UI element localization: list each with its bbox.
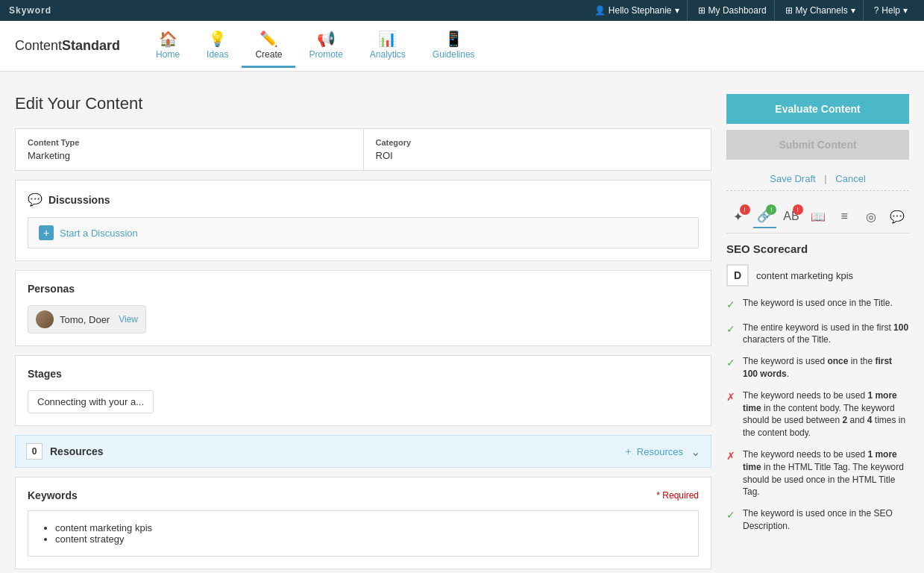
content-type-value: Marketing xyxy=(28,150,351,161)
list-icon: ≡ xyxy=(840,210,847,223)
site-brand: ContentStandard xyxy=(15,38,120,54)
category-value: ROI xyxy=(376,150,700,161)
stages-label: Stages xyxy=(28,368,62,380)
stage-value: Connecting with your a... xyxy=(28,390,154,413)
seo-grade: D xyxy=(726,264,749,286)
top-bar: Skyword 👤 Hello Stephanie ▾ ⊞ My Dashboa… xyxy=(0,0,924,21)
home-icon: 🏠 xyxy=(159,30,177,48)
personas-label: Personas xyxy=(28,283,75,295)
seo-icon-btn[interactable]: ✦ ! xyxy=(726,204,750,228)
personas-section: Personas Tomo, Doer View xyxy=(15,270,711,346)
circle-icon: ◎ xyxy=(866,210,876,224)
seo-text-2: The entire keyword is used in the first … xyxy=(743,322,909,347)
nav-items: 🏠 Home 💡 Ideas ✏️ Create 📢 Promote 📊 Ana… xyxy=(142,24,488,68)
content-meta-card: Content Type Marketing Category ROI xyxy=(15,128,711,171)
user-menu[interactable]: 👤 Hello Stephanie ▾ xyxy=(587,0,688,21)
seo-text-6: The keyword is used once in the SEO Desc… xyxy=(743,507,909,533)
discussions-header: 💬 Discussions xyxy=(28,192,699,207)
keyword-item: content marketing kpis content strategy xyxy=(40,520,686,547)
link-badge: ! xyxy=(766,204,776,215)
content-type-cell: Content Type Marketing xyxy=(16,129,364,170)
dashboard-link[interactable]: ⊞ My Dashboard xyxy=(691,0,775,21)
seo-text-1: The keyword is used once in the Title. xyxy=(743,297,893,310)
resources-count: 0 xyxy=(26,443,43,460)
page-title: Edit Your Content xyxy=(15,94,711,113)
help-chevron-icon: ▾ xyxy=(903,5,908,16)
help-icon: ? xyxy=(874,5,879,16)
nav-item-guidelines[interactable]: 📱 Guidelines xyxy=(419,24,488,68)
nav-item-analytics[interactable]: 📊 Analytics xyxy=(356,24,419,68)
chat-icon-btn[interactable]: 💬 xyxy=(885,204,909,228)
seo-keyword-row: D content marketing kpis xyxy=(726,264,909,286)
evaluate-content-button[interactable]: Evaluate Content xyxy=(726,94,909,124)
seo-item-5: ✗ The keyword needs to be used 1 more ti… xyxy=(726,448,909,498)
save-cancel-row: Save Draft | Cancel xyxy=(726,167,909,191)
top-bar-right: 👤 Hello Stephanie ▾ ⊞ My Dashboard ⊞ My … xyxy=(587,0,915,21)
book-icon: 📖 xyxy=(811,210,826,224)
text-icon-btn[interactable]: AB ! xyxy=(779,204,803,228)
keywords-body: content marketing kpis content strategy xyxy=(28,510,699,557)
text-badge: ! xyxy=(793,204,803,215)
page-content: Edit Your Content Content Type Marketing… xyxy=(0,72,924,573)
seo-item-6: ✓ The keyword is used once in the SEO De… xyxy=(726,507,909,533)
resources-right: ＋ Resources ⌄ xyxy=(623,445,700,459)
nav-item-promote[interactable]: 📢 Promote xyxy=(295,24,356,68)
plus-icon: + xyxy=(39,225,54,240)
persona-avatar xyxy=(36,310,54,328)
discussions-icon: 💬 xyxy=(28,192,43,207)
persona-avatar-img xyxy=(36,310,54,328)
book-icon-btn[interactable]: 📖 xyxy=(806,204,830,228)
nav-item-create[interactable]: ✏️ Create xyxy=(242,24,295,68)
stages-header: Stages xyxy=(28,368,699,380)
keywords-header: Keywords * Required xyxy=(28,489,699,501)
x-icon-4: ✗ xyxy=(726,390,735,405)
add-resources-label: Resources xyxy=(637,446,683,457)
list-icon-btn[interactable]: ≡ xyxy=(832,204,856,228)
keyword-2: content strategy xyxy=(55,533,686,545)
user-icon: 👤 xyxy=(594,5,606,16)
start-discussion-button[interactable]: + Start a Discussion xyxy=(28,217,699,248)
category-cell: Category ROI xyxy=(364,129,711,170)
resources-section: 0 Resources ＋ Resources ⌄ xyxy=(15,435,711,468)
circle-icon-btn[interactable]: ◎ xyxy=(859,204,883,228)
sidebar: Evaluate Content Submit Content Save Dra… xyxy=(726,94,909,569)
channels-icon: ⊞ xyxy=(785,5,793,16)
seo-item-1: ✓ The keyword is used once in the Title. xyxy=(726,297,909,313)
add-resources-button[interactable]: ＋ Resources xyxy=(623,445,683,458)
user-chevron-icon: ▾ xyxy=(675,5,679,16)
ideas-icon: 💡 xyxy=(208,30,227,48)
start-discussion-label: Start a Discussion xyxy=(60,228,138,239)
personas-header: Personas xyxy=(28,283,699,295)
seo-scorecard: SEO Scorecard D content marketing kpis ✓… xyxy=(726,242,909,533)
cancel-link[interactable]: Cancel xyxy=(835,173,865,184)
required-badge: * Required xyxy=(656,490,699,501)
seo-text-4: The keyword needs to be used 1 more time… xyxy=(743,389,909,439)
channels-menu[interactable]: ⊞ My Channels ▾ xyxy=(778,0,864,21)
seo-item-3: ✓ The keyword is used once in the first … xyxy=(726,355,909,381)
persona-view-link[interactable]: View xyxy=(119,314,138,325)
nav-item-ideas[interactable]: 💡 Ideas xyxy=(193,24,242,68)
resources-left: 0 Resources xyxy=(26,443,104,460)
help-menu[interactable]: ? Help ▾ xyxy=(867,0,915,21)
analytics-icon: 📊 xyxy=(378,30,397,48)
seo-text-5: The keyword needs to be used 1 more time… xyxy=(743,448,909,498)
submit-content-button: Submit Content xyxy=(726,130,909,160)
guidelines-icon: 📱 xyxy=(444,30,463,48)
link-icon-btn[interactable]: 🔗 ! xyxy=(753,204,777,228)
save-draft-link[interactable]: Save Draft xyxy=(770,173,815,184)
promote-icon: 📢 xyxy=(317,30,336,48)
persona-tag: Tomo, Doer View xyxy=(28,305,146,334)
discussions-label: Discussions xyxy=(48,194,110,206)
check-icon-3: ✓ xyxy=(726,356,735,371)
seo-text-3: The keyword is used once in the first 10… xyxy=(743,355,909,381)
seo-item-4: ✗ The keyword needs to be used 1 more ti… xyxy=(726,389,909,439)
check-icon-6: ✓ xyxy=(726,508,735,523)
seo-title: SEO Scorecard xyxy=(726,242,909,255)
seo-badge: ! xyxy=(740,204,750,215)
channels-chevron-icon: ▾ xyxy=(851,5,855,16)
nav-item-home[interactable]: 🏠 Home xyxy=(142,24,193,68)
resources-label: Resources xyxy=(50,445,104,457)
expand-resources-icon[interactable]: ⌄ xyxy=(691,445,700,459)
main-nav: ContentStandard 🏠 Home 💡 Ideas ✏️ Create… xyxy=(0,21,924,72)
user-greeting: Hello Stephanie xyxy=(609,5,672,16)
